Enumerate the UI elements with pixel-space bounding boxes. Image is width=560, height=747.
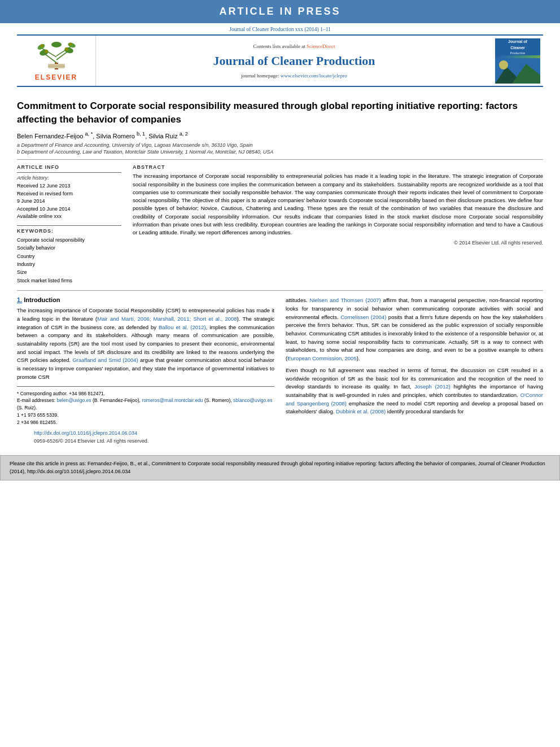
citation-footer-text: Please cite this article in press as: Fe…: [10, 460, 550, 475]
keyword-1: Corporate social responsibility: [17, 236, 121, 244]
body-text-section: 1. Introduction The increasing importanc…: [17, 296, 543, 426]
divider-1: [17, 159, 543, 160]
section1-number: 1.: [17, 296, 22, 303]
section1-title: 1. Introduction: [17, 296, 274, 303]
footnote-2: 2 +34 986 812455.: [17, 419, 274, 426]
cover-journal-subtitle: Production: [495, 51, 540, 55]
svg-point-9: [51, 42, 62, 47]
keywords-section: Keywords: Corporate social responsibilit…: [17, 225, 121, 285]
cover-landscape-icon: [495, 58, 540, 84]
journal-cover-area: Journal of Cleaner Production: [492, 36, 543, 86]
divider-2: [17, 290, 543, 291]
article-info-col: ARTICLE INFO Article history: Received 1…: [17, 164, 121, 285]
body-col-left: 1. Introduction The increasing importanc…: [17, 296, 274, 426]
svg-point-13: [69, 43, 72, 46]
journal-reference: Journal of Cleaner Production xxx (2014)…: [0, 23, 560, 34]
article-info-abstract-section: ARTICLE INFO Article history: Received 1…: [17, 164, 543, 285]
ref-joseph-2012[interactable]: Joseph (2012): [414, 383, 450, 390]
footnote-corresponding: * Corresponding author. +34 986 812471.: [17, 390, 274, 397]
svg-line-1: [45, 54, 56, 63]
keyword-3: Country: [17, 252, 121, 260]
journal-homepage: journal homepage: www.elsevier.com/locat…: [241, 73, 347, 78]
email-1-link[interactable]: belen@uvigo.es: [56, 397, 91, 403]
article-title: Commitment to Corporate social responsib…: [17, 99, 543, 126]
journal-cover-image: Journal of Cleaner Production: [495, 38, 540, 84]
abstract-text: The increasing importance of Corporate s…: [133, 172, 543, 237]
ref-mair-2006[interactable]: Mair and Martí, 2006; Marshall, 2011; Sh…: [97, 316, 237, 322]
section1-title-text: Introduction: [24, 296, 60, 303]
svg-point-19: [499, 60, 508, 69]
ref-nielsen-2007[interactable]: Nielsen and Thomsen (2007): [309, 297, 380, 303]
elsevier-logo-area: ELSEVIER: [17, 36, 96, 86]
ref-cornelissen-2004[interactable]: Cornelissen (2004): [340, 314, 386, 320]
ref-oconnor-2008[interactable]: O'Connor and Spangenberg (2008): [286, 392, 543, 407]
ref-graafland-2004[interactable]: Graafland and Smid (2004): [72, 357, 138, 363]
keyword-5: Size: [17, 268, 121, 276]
svg-point-11: [65, 47, 68, 51]
abstract-heading: ABSTRACT: [133, 164, 543, 170]
svg-point-10: [45, 50, 48, 53]
affiliation-b: b Department of Accounting, Law and Taxa…: [17, 149, 543, 155]
ref-ballou-2012[interactable]: Ballou et al. (2012): [159, 324, 206, 330]
history-label: Article history:: [17, 175, 121, 181]
keyword-6: Stock market listed firms: [17, 277, 121, 285]
journal-title-area: Contents lists available at ScienceDirec…: [96, 36, 492, 86]
contents-line: Contents lists available at ScienceDirec…: [253, 43, 335, 49]
abstract-copyright: © 2014 Elsevier Ltd. All rights reserved…: [133, 240, 543, 246]
keywords-heading: Keywords:: [17, 228, 121, 234]
elsevier-logo: ELSEVIER: [34, 40, 79, 81]
journal-title: Journal of Cleaner Production: [213, 54, 375, 68]
doi-line[interactable]: http://dx.doi.org/10.1016/j.jclepro.2014…: [34, 430, 526, 436]
received-date: Received 12 June 2013: [17, 182, 121, 190]
author-belen: Belen Fernandez-Feijoo: [17, 132, 85, 139]
homepage-url[interactable]: www.elsevier.com/locate/jclepro: [281, 73, 347, 78]
sciencedirect-link[interactable]: ScienceDirect: [307, 43, 335, 49]
available-online: Available online xxx: [17, 213, 121, 221]
revised-date: 9 June 2014: [17, 198, 121, 206]
body-para2: attitudes. Nielsen and Thomsen (2007) af…: [286, 296, 543, 363]
journal-header: ELSEVIER Contents lists available at Sci…: [17, 34, 543, 87]
copyright-footer: 0959-6526/© 2014 Elsevier Ltd. All right…: [34, 438, 526, 444]
accepted-date: Accepted 10 June 2014: [17, 206, 121, 213]
citation-footer: Please cite this article in press as: Fe…: [0, 455, 560, 480]
article-in-press-banner: ARTICLE IN PRESS: [0, 0, 560, 23]
affiliation-a: a Department of Finance and Accounting, …: [17, 142, 543, 148]
svg-point-12: [40, 45, 43, 47]
received-revised-label: Received in revised form: [17, 190, 121, 198]
body-para1: The increasing importance of Corporate S…: [17, 307, 274, 381]
authors-line: Belen Fernandez-Feijoo a, *, Silvia Rome…: [17, 131, 543, 139]
main-content: Commitment to Corporate social responsib…: [17, 87, 543, 451]
abstract-col: ABSTRACT The increasing importance of Co…: [133, 164, 543, 285]
email-2-link[interactable]: romeros@mail.montclair.edu: [142, 397, 203, 403]
ref-ec-2005[interactable]: European Commission, 2005: [287, 355, 357, 361]
cover-journal-name: Cleaner: [495, 45, 540, 51]
keyword-4: Industry: [17, 260, 121, 268]
keyword-2: Socially behavior: [17, 244, 121, 252]
author-silvia-ruiz: Silvia Ruiz: [148, 132, 179, 139]
body-col-right: attitudes. Nielsen and Thomsen (2007) af…: [286, 296, 543, 426]
article-info-heading: ARTICLE INFO: [17, 164, 121, 170]
elsevier-brand-text: ELSEVIER: [35, 73, 77, 81]
cover-title-label: Journal of: [495, 38, 540, 45]
article-history-section: Article history: Received 12 June 2013 R…: [17, 172, 121, 221]
author-silvia-romero: Silvia Romero: [96, 132, 137, 139]
ref-dubbink-2008[interactable]: Dubbink et al. (2008): [336, 408, 386, 414]
elsevier-tree-icon: [34, 40, 79, 71]
body-para3: Even though no full agreement was reache…: [286, 366, 543, 416]
footnote-1: 1 +1 973 655 5339.: [17, 412, 274, 419]
email-3-link[interactable]: sblanco@uvigo.es: [233, 397, 273, 403]
footnotes-area: * Corresponding author. +34 986 812471. …: [17, 386, 274, 426]
footnote-emails: E-mail addresses: belen@uvigo.es (B. Fer…: [17, 397, 274, 412]
